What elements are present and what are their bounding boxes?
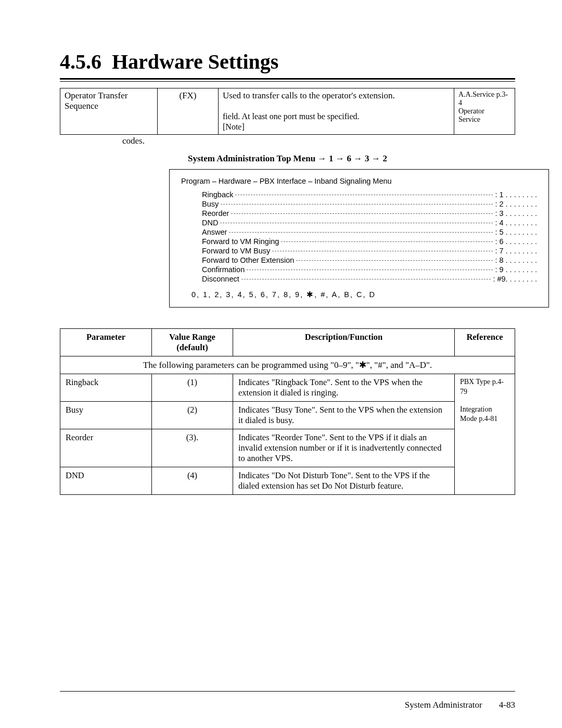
menu-item-value: : 5 . . . . . . . . bbox=[495, 228, 537, 236]
menu-item-value: : 6 . . . . . . . . bbox=[495, 237, 537, 246]
param-desc: Indicates "Reorder Tone". Sent to the VP… bbox=[233, 429, 455, 467]
table-row: DND (4) Indicates "Do Not Disturb Tone".… bbox=[60, 467, 515, 495]
menu-item: Disconnect : #9. . . . . . . . bbox=[202, 275, 537, 283]
param-desc: Indicates "Ringback Tone". Sent to the V… bbox=[233, 374, 455, 402]
menu-item: Forward to VM Busy : 7 . . . . . . . . bbox=[202, 247, 537, 255]
section-number: 4.5.6 bbox=[60, 50, 101, 73]
param-name: Ringback bbox=[60, 374, 152, 402]
menu-item-value: : #9. . . . . . . . bbox=[493, 275, 537, 283]
arrow-icon: → bbox=[372, 154, 383, 163]
frag-col3b: field. At least one port must be specifi… bbox=[223, 112, 360, 121]
menu-item-label: Reorder bbox=[202, 209, 229, 218]
footer: System Administrator 4-83 bbox=[405, 700, 515, 710]
menu-box: Program – Hardware – PBX Interface – Inb… bbox=[169, 169, 549, 308]
param-ref: PBX Type p.4-79 bbox=[455, 374, 515, 402]
section-title: Hardware Settings bbox=[112, 50, 278, 73]
leader-dash bbox=[220, 223, 493, 223]
param-intro: The following parameters can be programm… bbox=[60, 356, 515, 374]
nav-step-4: 2 bbox=[383, 154, 388, 163]
menu-item-value: : 2 . . . . . . . . bbox=[495, 200, 537, 208]
table-row: Busy (2) Indicates "Busy Tone". Sent to … bbox=[60, 402, 515, 429]
frag-col3c: [Note] bbox=[223, 122, 245, 131]
col-ref: Reference bbox=[455, 329, 515, 356]
param-value: (2) bbox=[152, 402, 233, 429]
menu-item-value: : 9 . . . . . . . . bbox=[495, 265, 537, 274]
menu-item-label: Ringback bbox=[202, 190, 233, 199]
param-value: (1) bbox=[152, 374, 233, 402]
menu-item: Confirmation : 9 . . . . . . . . bbox=[202, 265, 537, 274]
leader-dash bbox=[235, 195, 493, 195]
table-row: Reorder (3). Indicates "Reorder Tone". S… bbox=[60, 429, 515, 467]
col-value: Value Range (default) bbox=[152, 329, 233, 356]
menu-item-label: DND bbox=[202, 219, 218, 227]
parameter-table: Parameter Value Range (default) Descript… bbox=[60, 328, 515, 495]
rule-thick bbox=[60, 78, 515, 80]
menu-item-label: Disconnect bbox=[202, 275, 239, 283]
frag-col3a: Used to transfer calls to the operator's… bbox=[223, 91, 395, 100]
menu-item: Forward to Other Extension : 8 . . . . .… bbox=[202, 256, 537, 264]
param-desc: Indicates "Do Not Disturb Tone". Sent to… bbox=[233, 467, 455, 495]
nav-step-2: 6 bbox=[347, 154, 352, 163]
frag-col1: Operator Transfer Sequence bbox=[65, 91, 127, 111]
footer-rule bbox=[60, 691, 515, 692]
menu-item-label: Answer bbox=[202, 228, 227, 236]
arrow-icon: → bbox=[336, 154, 347, 163]
leader-dash bbox=[247, 270, 493, 270]
param-name: DND bbox=[60, 467, 152, 495]
fragment-table: Operator Transfer Sequence (FX) Used to … bbox=[60, 88, 515, 135]
leader-dash bbox=[229, 232, 493, 233]
menu-item: Reorder : 3 . . . . . . . . bbox=[202, 209, 537, 218]
menu-item-label: Forward to VM Ringing bbox=[202, 237, 279, 246]
menu-item-value: : 3 . . . . . . . . bbox=[495, 209, 537, 218]
leader-dash bbox=[221, 204, 493, 205]
footer-page: 4-83 bbox=[499, 700, 515, 710]
frag-col4c: Service bbox=[458, 116, 480, 123]
leader-dash bbox=[241, 279, 491, 279]
leader-dash bbox=[281, 241, 493, 242]
menu-keys: 0, 1, 2, 3, 4, 5, 6, 7, 8, 9, ✱, #, A, B… bbox=[191, 290, 537, 299]
arrow-icon: → bbox=[353, 154, 365, 163]
section-heading: 4.5.6 Hardware Settings bbox=[60, 49, 515, 74]
menu-item-label: Confirmation bbox=[202, 265, 245, 274]
param-ref: Integration Mode p.4-81 bbox=[455, 402, 515, 429]
menu-item: DND : 4 . . . . . . . . bbox=[202, 219, 537, 227]
param-desc: Indicates "Busy Tone". Sent to the VPS w… bbox=[233, 402, 455, 429]
menu-item-value: : 4 . . . . . . . . bbox=[495, 219, 537, 227]
param-name: Reorder bbox=[60, 429, 152, 467]
col-desc: Description/Function bbox=[233, 329, 455, 356]
leader-dash bbox=[296, 260, 493, 261]
footer-label: System Administrator bbox=[405, 700, 482, 710]
leader-dash bbox=[231, 213, 493, 214]
menu-item-value: : 8 . . . . . . . . bbox=[495, 256, 537, 264]
arrow-icon: → bbox=[317, 154, 329, 163]
nav-step-3: 3 bbox=[365, 154, 369, 163]
param-ref bbox=[455, 467, 515, 495]
menu-title: Program – Hardware – PBX Interface – Inb… bbox=[181, 177, 537, 185]
param-name: Busy bbox=[60, 402, 152, 429]
menu-item-label: Forward to Other Extension bbox=[202, 256, 294, 264]
col-parameter: Parameter bbox=[60, 329, 152, 356]
frag-col4b: Operator bbox=[458, 107, 484, 115]
leader-dash bbox=[272, 251, 493, 251]
menu-item-label: Forward to VM Busy bbox=[202, 247, 270, 255]
nav-path: System Administration Top Menu → 1 → 6 →… bbox=[60, 154, 515, 164]
frag-col2: (FX) bbox=[179, 91, 196, 100]
param-ref bbox=[455, 429, 515, 467]
param-value: (3). bbox=[152, 429, 233, 467]
menu-item: Forward to VM Ringing : 6 . . . . . . . … bbox=[202, 237, 537, 246]
menu-item: Answer : 5 . . . . . . . . bbox=[202, 228, 537, 236]
frag-col4a: A.A.Service p.3-4 bbox=[458, 91, 508, 107]
param-value: (4) bbox=[152, 467, 233, 495]
menu-item: Ringback : 1 . . . . . . . . bbox=[202, 190, 537, 199]
codes-label: codes. bbox=[122, 136, 515, 146]
menu-item-label: Busy bbox=[202, 200, 219, 208]
table-row: Ringback (1) Indicates "Ringback Tone". … bbox=[60, 374, 515, 402]
menu-item-value: : 1 . . . . . . . . bbox=[495, 190, 537, 199]
menu-item-value: : 7 . . . . . . . . bbox=[495, 247, 537, 255]
menu-item: Busy : 2 . . . . . . . . bbox=[202, 200, 537, 208]
nav-step-1: 1 bbox=[329, 154, 334, 163]
rule-thin bbox=[60, 81, 515, 82]
nav-prefix: System Administration Top Menu bbox=[188, 154, 315, 163]
